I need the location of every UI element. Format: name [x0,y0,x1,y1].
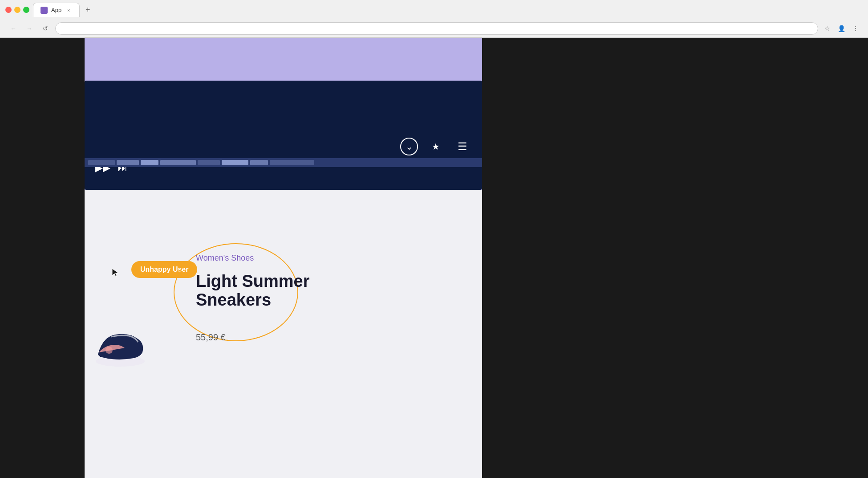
browser-toolbar: ← → ↺ ☆ 👤 ⋮ [0,20,868,37]
traffic-lights [5,7,29,13]
minimize-traffic-light[interactable] [14,7,20,13]
menu-icon[interactable]: ⋮ [850,23,861,34]
profile-icon[interactable]: 👤 [836,23,847,34]
refresh-button[interactable]: ↺ [39,22,52,35]
maximize-traffic-light[interactable] [23,7,29,13]
toolbar-actions: ☆ 👤 ⋮ [822,23,861,34]
shoe-image [89,319,151,372]
circle-chevron-button[interactable]: ⌄ [400,138,418,155]
webpage: ⌄ ★ ☰ ▶▶ ⏭ [85,38,482,478]
close-traffic-light[interactable] [5,7,12,13]
bookmark-icon[interactable]: ☆ [822,23,832,34]
webpage-body: Unhappy User Women's Shoes Light Summer … [85,190,482,478]
menu-icon: ☰ [458,140,467,153]
timeline-segment [222,160,248,165]
new-tab-button[interactable]: + [81,4,94,16]
star-button[interactable]: ★ [427,138,445,155]
svg-point-1 [105,347,113,354]
browser-chrome: App × + ← → ↺ ☆ 👤 ⋮ [0,0,868,38]
chevron-down-icon: ⌄ [406,141,413,152]
product-category: Women's Shoes [196,253,254,263]
star-icon: ★ [432,141,440,152]
back-button[interactable]: ← [7,22,20,35]
webpage-header: ⌄ ★ ☰ ▶▶ ⏭ [85,81,482,190]
tab-title: App [51,7,61,13]
active-tab[interactable]: App × [33,3,80,17]
divider [85,190,482,190]
hamburger-menu-button[interactable]: ☰ [454,138,471,155]
timeline-segment [88,160,115,165]
tab-close-button[interactable]: × [65,7,72,14]
timeline-bar[interactable] [85,158,482,167]
left-black-area [0,38,85,478]
address-bar[interactable] [55,22,818,35]
timeline-segment [198,160,220,165]
timeline-segment [160,160,196,165]
right-black-area [482,38,868,478]
forward-button[interactable]: → [23,22,36,35]
timeline-segment [141,160,158,165]
browser-content: ⌄ ★ ☰ ▶▶ ⏭ [0,38,868,478]
timeline-segment [270,160,314,165]
cursor-icon [111,268,120,281]
timeline-segment [250,160,268,165]
timeline-segment [117,160,139,165]
tab-favicon [41,7,48,14]
tab-bar: App × + [33,3,863,17]
title-bar: App × + [0,0,868,20]
product-price: 55,99 € [196,332,226,343]
product-title: Light Summer Sneakers [196,272,320,310]
header-icons: ⌄ ★ ☰ [400,138,471,155]
